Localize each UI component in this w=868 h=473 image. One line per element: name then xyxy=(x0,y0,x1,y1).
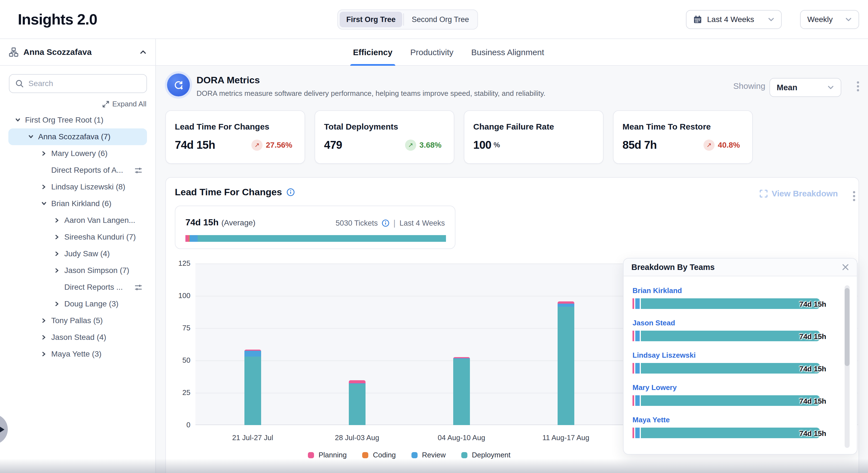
sidebar-user-name: Anna Scozzafava xyxy=(23,47,92,57)
tree-item-lindsay-liszewski[interactable]: Lindsay Liszewski (8) xyxy=(8,179,147,195)
granularity-value: Weekly xyxy=(807,15,833,24)
tree-item-tony-pallas[interactable]: Tony Pallas (5) xyxy=(8,312,147,329)
legend-label: Review xyxy=(422,451,446,460)
tab-efficiency[interactable]: Efficiency xyxy=(353,39,393,66)
granularity-select[interactable]: Weekly xyxy=(800,10,859,29)
bar-28-jul-03-aug[interactable] xyxy=(349,380,366,425)
tree-item-label: Sireesha Kunduri (7) xyxy=(64,233,136,241)
tabs-row: EfficiencyProductivityBusiness Alignment xyxy=(156,39,868,66)
legend-label: Coding xyxy=(373,451,396,460)
toggle-first-org-tree[interactable]: First Org Tree xyxy=(340,12,402,27)
chevron-right-icon[interactable] xyxy=(53,268,61,273)
average-stacked-bar xyxy=(185,235,446,242)
filter-sliders-icon[interactable] xyxy=(134,283,143,292)
info-icon[interactable] xyxy=(286,188,295,197)
tree-item-jason-stead[interactable]: Jason Stead (4) xyxy=(8,329,147,346)
tree-item-judy-saw[interactable]: Judy Saw (4) xyxy=(8,245,147,262)
chevron-down-icon[interactable] xyxy=(40,201,48,206)
toggle-divider xyxy=(403,13,404,26)
team-name-link[interactable]: Brian Kirkland xyxy=(632,286,841,295)
search-icon xyxy=(15,79,24,88)
metric-card-mean-time-to-restore: Mean Time To Restore 85d 7h ↗ 40.8% xyxy=(613,110,753,164)
average-summary-card: 74d 15h(Average) 5030 Tickets | Last 4 W… xyxy=(175,206,456,249)
chevron-down-icon xyxy=(768,17,774,22)
average-value: 74d 15h xyxy=(185,217,219,227)
chevron-right-icon[interactable] xyxy=(40,318,48,323)
chevron-right-icon[interactable] xyxy=(40,334,48,340)
tree-item-doug-lange[interactable]: Doug Lange (3) xyxy=(8,296,147,312)
tree-item-label: Direct Reports of A... xyxy=(51,166,123,175)
chevron-down-icon[interactable] xyxy=(14,117,22,123)
expand-all-button[interactable]: Expand All xyxy=(0,100,147,108)
tree-item-label: First Org Tree Root (1) xyxy=(25,116,103,124)
dora-kebab-menu[interactable] xyxy=(855,80,861,93)
chevron-right-icon[interactable] xyxy=(53,301,61,307)
team-bar-segment-review xyxy=(635,395,640,406)
tree-item-direct-reports[interactable]: Direct Reports ... xyxy=(8,279,147,296)
metric-value: 85d 7h xyxy=(622,139,657,151)
lead-time-kebab-menu[interactable] xyxy=(851,189,857,203)
main-area: EfficiencyProductivityBusiness Alignment… xyxy=(156,39,868,473)
search-input[interactable] xyxy=(9,74,147,93)
chevron-right-icon[interactable] xyxy=(40,151,48,156)
bar-11-aug-17-aug[interactable] xyxy=(558,301,574,425)
breakdown-row-brian-kirkland: Brian Kirkland 74d 15h xyxy=(632,286,841,309)
team-stacked-bar: 74d 15h xyxy=(632,331,841,341)
tree-item-first-org-tree-root[interactable]: First Org Tree Root (1) xyxy=(8,112,147,128)
view-breakdown-label: View Breakdown xyxy=(772,189,838,198)
y-axis-tick-label: 75 xyxy=(166,324,190,332)
breakdown-row-jason-stead: Jason Stead 74d 15h xyxy=(632,319,841,341)
tab-productivity[interactable]: Productivity xyxy=(410,39,454,66)
chevron-down-icon[interactable] xyxy=(27,134,35,140)
tree-item-brian-kirkland[interactable]: Brian Kirkland (6) xyxy=(8,195,147,212)
tab-business-alignment[interactable]: Business Alignment xyxy=(471,39,544,66)
tree-item-maya-yette[interactable]: Maya Yette (3) xyxy=(8,346,147,362)
team-name-link[interactable]: Jason Stead xyxy=(632,319,841,327)
y-axis-tick-label: 100 xyxy=(166,291,190,300)
toggle-second-org-tree[interactable]: Second Org Tree xyxy=(405,12,476,27)
tree-item-jason-simpson[interactable]: Jason Simpson (7) xyxy=(8,262,147,279)
breakdown-row-lindsay-liszewski: Lindsay Liszewski 74d 15h xyxy=(632,351,841,374)
bar-21-jul-27-jul[interactable] xyxy=(244,350,261,425)
legend-item-deployment: Deployment xyxy=(461,451,510,460)
showing-mean-select[interactable]: Mean xyxy=(770,78,841,97)
breakdown-row-mary-lowery: Mary Lowery 74d 15h xyxy=(632,383,841,406)
chevron-right-icon[interactable] xyxy=(53,234,61,240)
metric-unit: % xyxy=(494,141,500,149)
divider: | xyxy=(393,218,396,228)
close-icon[interactable] xyxy=(841,262,850,272)
date-range-select[interactable]: Last 4 Weeks xyxy=(686,10,782,29)
team-bar-segment-planning xyxy=(632,363,634,374)
team-bar-segment-planning xyxy=(632,298,634,309)
bar-segment-planning xyxy=(349,380,366,384)
bar-04-aug-10-aug[interactable] xyxy=(453,357,470,425)
x-axis-tick-label: 11 Aug-17 Aug xyxy=(514,434,618,442)
tree-item-mary-lowery[interactable]: Mary Lowery (6) xyxy=(8,145,147,162)
chevron-right-icon[interactable] xyxy=(53,217,61,223)
chevron-right-icon[interactable] xyxy=(53,251,61,257)
chevron-right-icon[interactable] xyxy=(40,351,48,357)
sidebar-collapse-chevron-icon[interactable] xyxy=(140,50,147,54)
trend-up-arrow-icon: ↗ xyxy=(251,140,262,151)
play-triangle-icon xyxy=(0,426,4,434)
legend-label: Deployment xyxy=(472,451,510,460)
delta-badge: ↗ 27.56% xyxy=(251,140,292,151)
info-icon[interactable] xyxy=(382,219,390,227)
scrollbar-thumb[interactable] xyxy=(845,288,849,366)
view-breakdown-button[interactable]: View Breakdown xyxy=(760,189,838,198)
tree-item-anna-scozzafava[interactable]: Anna Scozzafava (7) xyxy=(8,128,147,145)
tree-item-direct-reports-of-a[interactable]: Direct Reports of A... xyxy=(8,162,147,179)
tree-item-sireesha-kunduri[interactable]: Sireesha Kunduri (7) xyxy=(8,229,147,245)
legend-item-planning: Planning xyxy=(308,451,347,460)
x-axis-tick-label: 04 Aug-10 Aug xyxy=(409,434,514,442)
tree-item-label: Maya Yette (3) xyxy=(51,350,102,358)
chevron-right-icon[interactable] xyxy=(40,184,48,190)
team-name-link[interactable]: Maya Yette xyxy=(632,416,841,424)
avg-bar-segment-planning xyxy=(185,235,189,242)
metric-title: Total Deployments xyxy=(324,122,445,131)
team-name-link[interactable]: Mary Lowery xyxy=(632,383,841,392)
tree-item-aaron-van-langen[interactable]: Aaron Van Langen... xyxy=(8,212,147,229)
filter-sliders-icon[interactable] xyxy=(134,166,143,175)
team-name-link[interactable]: Lindsay Liszewski xyxy=(632,351,841,360)
tree-item-label: Anna Scozzafava (7) xyxy=(38,132,111,141)
